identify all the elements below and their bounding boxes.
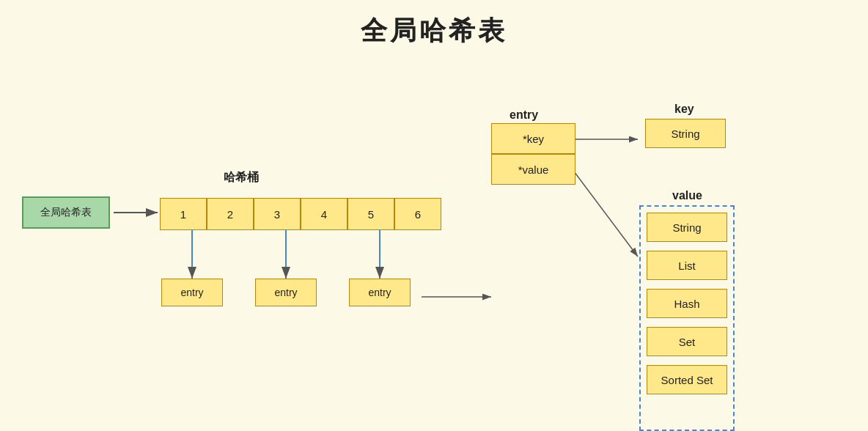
diagram: 全局哈希表 哈希桶 1 2 3 4 5 6 entry entry entry … — [0, 59, 868, 431]
entry-box-2: entry — [255, 279, 317, 306]
bucket-cell-2: 2 — [207, 198, 254, 230]
bucket-cell-4: 4 — [301, 198, 347, 230]
entry-box-1: entry — [161, 279, 223, 306]
global-hashtable-box: 全局哈希表 — [22, 196, 110, 229]
entry-key-box: *key — [491, 123, 575, 154]
value-hash-box: Hash — [647, 289, 727, 318]
bucket-cell-5: 5 — [347, 198, 394, 230]
value-section-label: value — [672, 189, 702, 202]
page-title: 全局哈希表 — [0, 0, 868, 49]
bucket-cell-3: 3 — [254, 198, 301, 230]
value-sorted-set-box: Sorted Set — [647, 365, 727, 394]
value-set-box: Set — [647, 327, 727, 356]
svg-line-7 — [572, 169, 638, 257]
bucket-cell-1: 1 — [160, 198, 207, 230]
value-list-box: List — [647, 251, 727, 280]
entry-detail-label: entry — [510, 108, 538, 122]
entry-value-box: *value — [491, 154, 575, 185]
key-section-label: key — [674, 103, 694, 116]
key-string-box: String — [645, 119, 726, 148]
arrows-svg — [0, 59, 868, 431]
bucket-label: 哈希桶 — [224, 170, 259, 185]
entry-box-3: entry — [349, 279, 411, 306]
value-string-box: String — [647, 213, 727, 242]
bucket-cell-6: 6 — [394, 198, 441, 230]
